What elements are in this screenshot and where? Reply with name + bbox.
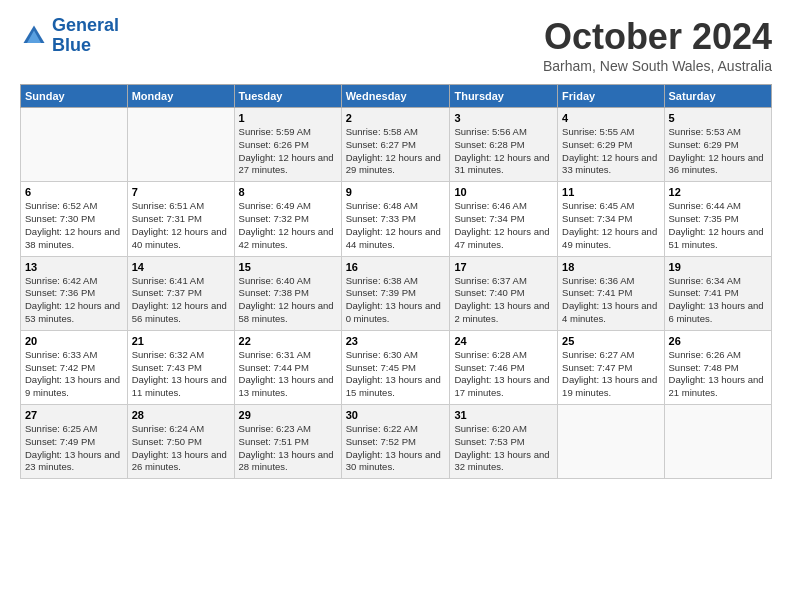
day-info: Sunrise: 5:59 AM Sunset: 6:26 PM Dayligh…	[239, 126, 337, 177]
day-number: 8	[239, 186, 337, 198]
day-number: 7	[132, 186, 230, 198]
day-number: 20	[25, 335, 123, 347]
day-info: Sunrise: 6:52 AM Sunset: 7:30 PM Dayligh…	[25, 200, 123, 251]
table-row: 27Sunrise: 6:25 AM Sunset: 7:49 PM Dayli…	[21, 405, 128, 479]
location-subtitle: Barham, New South Wales, Australia	[543, 58, 772, 74]
calendar-page: General Blue October 2024 Barham, New So…	[0, 0, 792, 489]
day-info: Sunrise: 5:53 AM Sunset: 6:29 PM Dayligh…	[669, 126, 767, 177]
day-number: 11	[562, 186, 659, 198]
table-row: 12Sunrise: 6:44 AM Sunset: 7:35 PM Dayli…	[664, 182, 771, 256]
table-row: 7Sunrise: 6:51 AM Sunset: 7:31 PM Daylig…	[127, 182, 234, 256]
col-saturday: Saturday	[664, 85, 771, 108]
calendar-week-row: 20Sunrise: 6:33 AM Sunset: 7:42 PM Dayli…	[21, 330, 772, 404]
table-row	[21, 108, 128, 182]
day-number: 12	[669, 186, 767, 198]
table-row: 29Sunrise: 6:23 AM Sunset: 7:51 PM Dayli…	[234, 405, 341, 479]
day-number: 24	[454, 335, 553, 347]
month-title: October 2024	[543, 16, 772, 58]
day-number: 25	[562, 335, 659, 347]
table-row: 30Sunrise: 6:22 AM Sunset: 7:52 PM Dayli…	[341, 405, 450, 479]
table-row: 19Sunrise: 6:34 AM Sunset: 7:41 PM Dayli…	[664, 256, 771, 330]
table-row: 10Sunrise: 6:46 AM Sunset: 7:34 PM Dayli…	[450, 182, 558, 256]
table-row	[127, 108, 234, 182]
day-info: Sunrise: 6:36 AM Sunset: 7:41 PM Dayligh…	[562, 275, 659, 326]
calendar-week-row: 13Sunrise: 6:42 AM Sunset: 7:36 PM Dayli…	[21, 256, 772, 330]
col-sunday: Sunday	[21, 85, 128, 108]
day-number: 2	[346, 112, 446, 124]
table-row: 5Sunrise: 5:53 AM Sunset: 6:29 PM Daylig…	[664, 108, 771, 182]
header: General Blue October 2024 Barham, New So…	[20, 16, 772, 74]
day-number: 3	[454, 112, 553, 124]
day-info: Sunrise: 6:51 AM Sunset: 7:31 PM Dayligh…	[132, 200, 230, 251]
table-row: 25Sunrise: 6:27 AM Sunset: 7:47 PM Dayli…	[558, 330, 664, 404]
title-block: October 2024 Barham, New South Wales, Au…	[543, 16, 772, 74]
day-number: 13	[25, 261, 123, 273]
day-number: 10	[454, 186, 553, 198]
day-info: Sunrise: 6:48 AM Sunset: 7:33 PM Dayligh…	[346, 200, 446, 251]
day-number: 17	[454, 261, 553, 273]
table-row: 8Sunrise: 6:49 AM Sunset: 7:32 PM Daylig…	[234, 182, 341, 256]
col-thursday: Thursday	[450, 85, 558, 108]
day-number: 6	[25, 186, 123, 198]
table-row: 6Sunrise: 6:52 AM Sunset: 7:30 PM Daylig…	[21, 182, 128, 256]
day-number: 29	[239, 409, 337, 421]
day-info: Sunrise: 6:28 AM Sunset: 7:46 PM Dayligh…	[454, 349, 553, 400]
table-row: 20Sunrise: 6:33 AM Sunset: 7:42 PM Dayli…	[21, 330, 128, 404]
col-tuesday: Tuesday	[234, 85, 341, 108]
col-monday: Monday	[127, 85, 234, 108]
day-number: 18	[562, 261, 659, 273]
day-number: 28	[132, 409, 230, 421]
day-info: Sunrise: 6:40 AM Sunset: 7:38 PM Dayligh…	[239, 275, 337, 326]
day-info: Sunrise: 6:27 AM Sunset: 7:47 PM Dayligh…	[562, 349, 659, 400]
table-row: 15Sunrise: 6:40 AM Sunset: 7:38 PM Dayli…	[234, 256, 341, 330]
table-row: 16Sunrise: 6:38 AM Sunset: 7:39 PM Dayli…	[341, 256, 450, 330]
logo-text-line2: Blue	[52, 36, 119, 56]
table-row: 26Sunrise: 6:26 AM Sunset: 7:48 PM Dayli…	[664, 330, 771, 404]
table-row: 13Sunrise: 6:42 AM Sunset: 7:36 PM Dayli…	[21, 256, 128, 330]
day-info: Sunrise: 6:33 AM Sunset: 7:42 PM Dayligh…	[25, 349, 123, 400]
day-info: Sunrise: 6:49 AM Sunset: 7:32 PM Dayligh…	[239, 200, 337, 251]
day-number: 31	[454, 409, 553, 421]
day-info: Sunrise: 5:55 AM Sunset: 6:29 PM Dayligh…	[562, 126, 659, 177]
table-row	[664, 405, 771, 479]
table-row: 2Sunrise: 5:58 AM Sunset: 6:27 PM Daylig…	[341, 108, 450, 182]
day-info: Sunrise: 6:32 AM Sunset: 7:43 PM Dayligh…	[132, 349, 230, 400]
table-row: 1Sunrise: 5:59 AM Sunset: 6:26 PM Daylig…	[234, 108, 341, 182]
calendar-week-row: 6Sunrise: 6:52 AM Sunset: 7:30 PM Daylig…	[21, 182, 772, 256]
day-info: Sunrise: 6:42 AM Sunset: 7:36 PM Dayligh…	[25, 275, 123, 326]
col-wednesday: Wednesday	[341, 85, 450, 108]
table-row: 22Sunrise: 6:31 AM Sunset: 7:44 PM Dayli…	[234, 330, 341, 404]
calendar-week-row: 1Sunrise: 5:59 AM Sunset: 6:26 PM Daylig…	[21, 108, 772, 182]
calendar-week-row: 27Sunrise: 6:25 AM Sunset: 7:49 PM Dayli…	[21, 405, 772, 479]
day-number: 4	[562, 112, 659, 124]
day-info: Sunrise: 6:45 AM Sunset: 7:34 PM Dayligh…	[562, 200, 659, 251]
day-number: 1	[239, 112, 337, 124]
day-info: Sunrise: 6:37 AM Sunset: 7:40 PM Dayligh…	[454, 275, 553, 326]
day-info: Sunrise: 6:25 AM Sunset: 7:49 PM Dayligh…	[25, 423, 123, 474]
day-info: Sunrise: 6:22 AM Sunset: 7:52 PM Dayligh…	[346, 423, 446, 474]
day-info: Sunrise: 6:24 AM Sunset: 7:50 PM Dayligh…	[132, 423, 230, 474]
day-number: 5	[669, 112, 767, 124]
day-number: 22	[239, 335, 337, 347]
day-number: 30	[346, 409, 446, 421]
table-row: 24Sunrise: 6:28 AM Sunset: 7:46 PM Dayli…	[450, 330, 558, 404]
day-info: Sunrise: 6:31 AM Sunset: 7:44 PM Dayligh…	[239, 349, 337, 400]
day-info: Sunrise: 6:26 AM Sunset: 7:48 PM Dayligh…	[669, 349, 767, 400]
day-info: Sunrise: 6:23 AM Sunset: 7:51 PM Dayligh…	[239, 423, 337, 474]
day-number: 15	[239, 261, 337, 273]
day-number: 26	[669, 335, 767, 347]
table-row: 9Sunrise: 6:48 AM Sunset: 7:33 PM Daylig…	[341, 182, 450, 256]
table-row: 17Sunrise: 6:37 AM Sunset: 7:40 PM Dayli…	[450, 256, 558, 330]
day-info: Sunrise: 6:38 AM Sunset: 7:39 PM Dayligh…	[346, 275, 446, 326]
day-info: Sunrise: 6:34 AM Sunset: 7:41 PM Dayligh…	[669, 275, 767, 326]
day-info: Sunrise: 6:46 AM Sunset: 7:34 PM Dayligh…	[454, 200, 553, 251]
table-row: 31Sunrise: 6:20 AM Sunset: 7:53 PM Dayli…	[450, 405, 558, 479]
day-info: Sunrise: 6:20 AM Sunset: 7:53 PM Dayligh…	[454, 423, 553, 474]
calendar-table: Sunday Monday Tuesday Wednesday Thursday…	[20, 84, 772, 479]
table-row: 23Sunrise: 6:30 AM Sunset: 7:45 PM Dayli…	[341, 330, 450, 404]
day-info: Sunrise: 6:41 AM Sunset: 7:37 PM Dayligh…	[132, 275, 230, 326]
table-row: 21Sunrise: 6:32 AM Sunset: 7:43 PM Dayli…	[127, 330, 234, 404]
day-number: 16	[346, 261, 446, 273]
logo: General Blue	[20, 16, 119, 56]
day-info: Sunrise: 6:30 AM Sunset: 7:45 PM Dayligh…	[346, 349, 446, 400]
